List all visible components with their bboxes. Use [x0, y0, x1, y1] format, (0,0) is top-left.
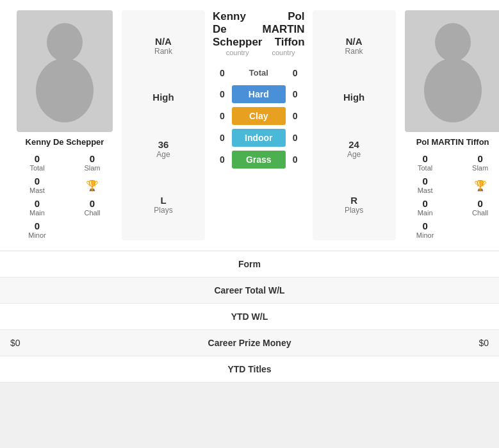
prize-label: Career Prize Money	[106, 338, 393, 348]
total-score-right: 0	[286, 68, 305, 78]
clay-row: 0 Clay 0	[213, 107, 305, 125]
player1-form-block: High	[152, 92, 174, 103]
form-label: Form	[10, 259, 489, 269]
player2-age-label: Age	[347, 150, 361, 159]
grass-row: 0 Grass 0	[213, 151, 305, 169]
hard-score-left: 0	[213, 89, 232, 99]
players-section: Kenny De Schepper 0 Total 0 Slam 0 Mast …	[0, 0, 499, 251]
player2-age-value: 24	[348, 139, 359, 150]
player2-total-label: Total	[418, 164, 432, 172]
player2-main-value: 0	[422, 198, 427, 209]
svg-point-3	[424, 58, 482, 122]
player2-form-value: High	[343, 92, 364, 103]
player1-total-label: Total	[29, 164, 44, 172]
player1-minor-cell: 0 Minor	[10, 219, 64, 240]
player1-age-block: 36 Age	[156, 139, 170, 159]
career-wl-row: Career Total W/L	[0, 278, 499, 304]
player2-total-value: 0	[422, 153, 427, 164]
svg-point-1	[36, 58, 94, 122]
total-row: 0 Total 0	[213, 64, 305, 81]
player2-name: Pol MARTIN Tiffon	[416, 137, 489, 147]
player1-age-label: Age	[156, 150, 170, 159]
player2-details: N/A Rank High 24 Age R Plays	[313, 10, 396, 240]
player1-form-value: High	[152, 92, 174, 103]
player2-age-block: 24 Age	[347, 139, 361, 159]
player2-photo	[405, 10, 499, 132]
ytd-wl-label: YTD W/L	[10, 311, 489, 322]
player1-rank-label: Rank	[154, 47, 172, 56]
player1-minor-label: Minor	[28, 231, 46, 239]
player1-card: Kenny De Schepper 0 Total 0 Slam 0 Mast …	[10, 10, 119, 240]
player2-slam-value: 0	[477, 153, 482, 164]
player2-rank-block: N/A Rank	[345, 36, 363, 56]
indoor-score-right: 0	[286, 133, 305, 143]
player2-plays-label: Plays	[345, 206, 363, 215]
ytd-titles-row: YTD Titles	[0, 356, 499, 383]
stats-section: Form Career Total W/L YTD W/L $0 Career …	[0, 251, 499, 383]
player1-main-value: 0	[35, 198, 40, 209]
player2-mast-label: Mast	[418, 187, 433, 194]
hard-score-right: 0	[286, 89, 305, 99]
player2-main-label: Main	[418, 209, 433, 217]
player1-slam-label: Slam	[84, 164, 100, 172]
player2-minor-cell: 0 Minor	[398, 219, 452, 240]
player2-header-name: Pol MARTIN Tiffon country	[262, 10, 304, 59]
total-score-left: 0	[213, 68, 232, 78]
trophy-icon-p1-mast: 🏆	[86, 179, 99, 192]
player1-photo	[17, 10, 113, 132]
player1-mast-value: 0	[35, 176, 40, 187]
ytd-wl-row: YTD W/L	[0, 304, 499, 330]
svg-point-0	[47, 23, 83, 62]
ytd-titles-label: YTD Titles	[10, 364, 489, 374]
player1-header-name: Kenny De Schepper country	[213, 10, 262, 59]
player2-mast-cell: 0 Mast	[398, 174, 452, 195]
player2-slam-label: Slam	[472, 164, 488, 172]
player2-prize: $0	[393, 338, 489, 348]
player2-mast-value: 0	[422, 176, 427, 187]
player1-plays-value: L	[160, 195, 166, 206]
player2-country: country	[262, 49, 304, 56]
player1-rank-block: N/A Rank	[154, 36, 172, 56]
clay-score-left: 0	[213, 111, 232, 121]
grass-btn[interactable]: Grass	[232, 151, 286, 169]
player1-minor-value: 0	[35, 220, 40, 231]
player1-stats: 0 Total 0 Slam 0 Mast 🏆 0 Main	[10, 152, 119, 240]
career-wl-label: Career Total W/L	[10, 285, 489, 295]
player2-main-cell: 0 Main	[398, 197, 452, 218]
clay-btn[interactable]: Clay	[232, 107, 286, 125]
player2-plays-block: R Plays	[345, 195, 363, 215]
player1-mast-trophy: 🏆	[65, 174, 119, 195]
player1-country: country	[213, 49, 262, 56]
player2-total-cell: 0 Total	[398, 152, 452, 173]
clay-score-right: 0	[286, 111, 305, 121]
player1-rank-value: N/A	[155, 36, 172, 47]
player2-chall-cell: 0 Chall	[454, 197, 499, 218]
player2-minor-value: 0	[422, 220, 427, 231]
player1-name: Kenny De Schepper	[26, 137, 104, 147]
player1-main-label: Main	[29, 209, 45, 217]
player1-mast-cell: 0 Mast	[10, 174, 64, 195]
hard-btn[interactable]: Hard	[232, 85, 286, 103]
total-btn[interactable]: Total	[232, 64, 286, 81]
main-container: Kenny De Schepper 0 Total 0 Slam 0 Mast …	[0, 0, 499, 383]
player1-plays-block: L Plays	[154, 195, 172, 215]
indoor-row: 0 Indoor 0	[213, 129, 305, 147]
player1-chall-label: Chall	[84, 209, 100, 217]
grass-score-left: 0	[213, 154, 232, 165]
player1-mast-label: Mast	[29, 187, 45, 194]
player1-main-cell: 0 Main	[10, 197, 64, 218]
player2-card: Pol MARTIN Tiffon 0 Total 0 Slam 0 Mast …	[398, 10, 499, 240]
player1-details: N/A Rank High 36 Age L Plays	[122, 10, 205, 240]
player1-chall-cell: 0 Chall	[65, 197, 119, 218]
player2-minor-label: Minor	[416, 231, 434, 239]
player1-age-value: 36	[158, 139, 169, 150]
player2-plays-value: R	[350, 195, 357, 206]
player2-slam-cell: 0 Slam	[454, 152, 499, 173]
grass-score-right: 0	[286, 154, 305, 165]
player1-chall-value: 0	[90, 198, 95, 209]
indoor-score-left: 0	[213, 133, 232, 143]
prize-row: $0 Career Prize Money $0	[0, 330, 499, 356]
player1-total-cell: 0 Total	[10, 152, 64, 173]
indoor-btn[interactable]: Indoor	[232, 129, 286, 147]
player1-prize: $0	[10, 338, 106, 348]
